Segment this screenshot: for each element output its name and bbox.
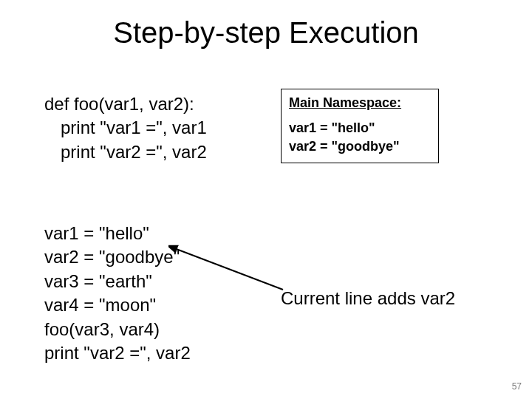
code-block-main: var1 = "hello" var2 = "goodbye" var3 = "…	[44, 222, 191, 365]
namespace-line: var1 = "hello"	[289, 119, 431, 137]
slide-number: 57	[512, 381, 522, 392]
slide-title: Step-by-step Execution	[0, 16, 532, 50]
code-line: var4 = "moon"	[44, 293, 191, 317]
code-line: var2 = "goodbye"	[44, 245, 191, 269]
slide: Step-by-step Execution def foo(var1, var…	[0, 0, 532, 399]
namespace-box: Main Namespace: var1 = "hello" var2 = "g…	[281, 89, 439, 163]
code-line: var1 = "hello"	[44, 222, 191, 245]
svg-line-0	[174, 248, 283, 290]
code-block-function-def: def foo(var1, var2): print "var1 =", var…	[44, 92, 207, 164]
code-line: print "var2 =", var2	[44, 341, 191, 365]
code-line: foo(var3, var4)	[44, 318, 191, 341]
code-line: print "var2 =", var2	[44, 140, 207, 164]
code-line: var3 = "earth"	[44, 270, 191, 293]
code-line: def foo(var1, var2):	[44, 92, 207, 116]
namespace-heading: Main Namespace:	[289, 94, 431, 112]
code-line: print "var1 =", var1	[44, 116, 207, 140]
annotation-text: Current line adds var2	[281, 288, 455, 309]
namespace-line: var2 = "goodbye"	[289, 137, 431, 155]
